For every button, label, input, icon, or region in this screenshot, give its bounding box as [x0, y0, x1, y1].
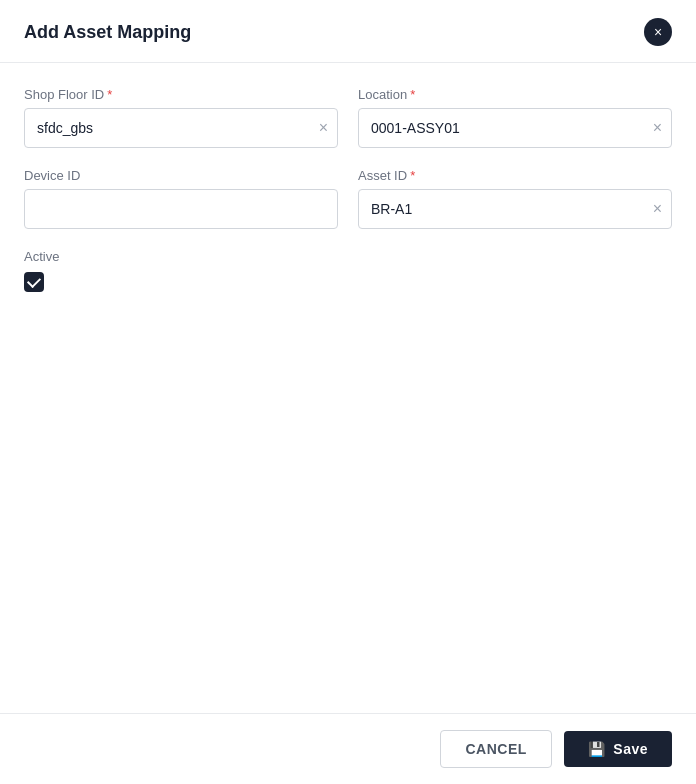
location-group: Location * × [358, 87, 672, 148]
shop-floor-id-input-wrapper: × [24, 108, 338, 148]
modal-title: Add Asset Mapping [24, 22, 191, 43]
asset-id-group: Asset ID * × [358, 168, 672, 229]
close-icon: × [654, 24, 662, 40]
asset-id-label: Asset ID * [358, 168, 672, 183]
modal-body: Shop Floor ID * × Location * × [0, 63, 696, 713]
cancel-button[interactable]: CANCEL [440, 730, 551, 768]
device-id-label: Device ID [24, 168, 338, 183]
shop-floor-id-input[interactable] [24, 108, 338, 148]
location-input-wrapper: × [358, 108, 672, 148]
add-asset-mapping-modal: Add Asset Mapping × Shop Floor ID * × Lo… [0, 0, 696, 784]
shop-floor-id-label: Shop Floor ID * [24, 87, 338, 102]
save-icon: 💾 [588, 741, 606, 757]
location-input[interactable] [358, 108, 672, 148]
shop-floor-id-clear-button[interactable]: × [319, 120, 328, 136]
location-required: * [410, 87, 415, 102]
shop-floor-id-group: Shop Floor ID * × [24, 87, 338, 148]
form-row-1: Shop Floor ID * × Location * × [24, 87, 672, 148]
asset-id-input-wrapper: × [358, 189, 672, 229]
active-group: Active [24, 249, 672, 292]
asset-id-required: * [410, 168, 415, 183]
device-id-input-wrapper [24, 189, 338, 229]
device-id-input[interactable] [24, 189, 338, 229]
asset-id-clear-button[interactable]: × [653, 201, 662, 217]
location-label: Location * [358, 87, 672, 102]
active-checkbox-wrapper [24, 272, 672, 292]
active-label: Active [24, 249, 672, 264]
modal-footer: CANCEL 💾 Save [0, 713, 696, 784]
save-button[interactable]: 💾 Save [564, 731, 672, 767]
location-clear-button[interactable]: × [653, 120, 662, 136]
active-checkbox[interactable] [24, 272, 44, 292]
close-button[interactable]: × [644, 18, 672, 46]
shop-floor-id-required: * [107, 87, 112, 102]
modal-header: Add Asset Mapping × [0, 0, 696, 63]
asset-id-input[interactable] [358, 189, 672, 229]
device-id-group: Device ID [24, 168, 338, 229]
form-row-2: Device ID Asset ID * × [24, 168, 672, 229]
